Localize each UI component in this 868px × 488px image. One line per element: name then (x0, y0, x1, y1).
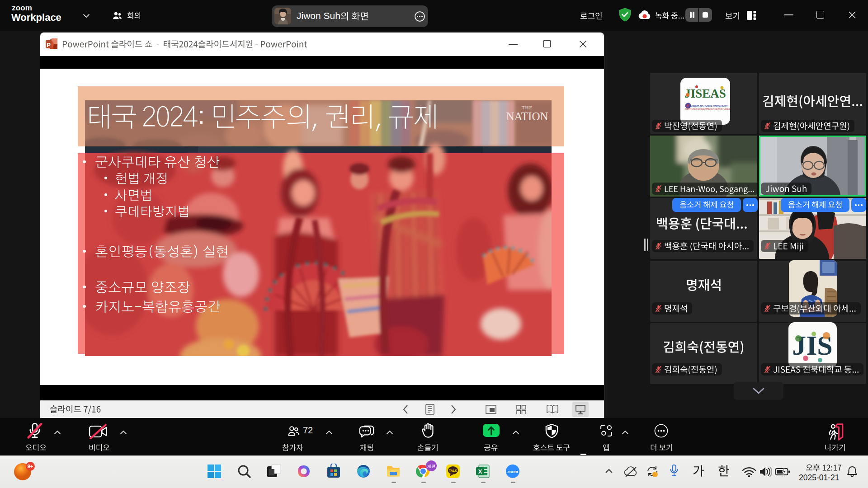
svg-text:X: X (478, 468, 482, 475)
svg-text:제현: 제현 (427, 464, 435, 469)
svg-text:zoom: zoom (507, 469, 518, 474)
svg-text:INSTITUTE FOR SOUTHEAST ASIAN: INSTITUTE FOR SOUTHEAST ASIAN STUDIES (685, 108, 730, 110)
svg-text:JEONBUK NATIONAL UNIVERSITY: JEONBUK NATIONAL UNIVERSITY (687, 104, 727, 107)
svg-text:JISEAS: JISEAS (684, 87, 726, 100)
svg-text:9+: 9+ (28, 464, 33, 469)
svg-text:P: P (47, 42, 51, 48)
svg-text:TALK: TALK (449, 469, 457, 472)
